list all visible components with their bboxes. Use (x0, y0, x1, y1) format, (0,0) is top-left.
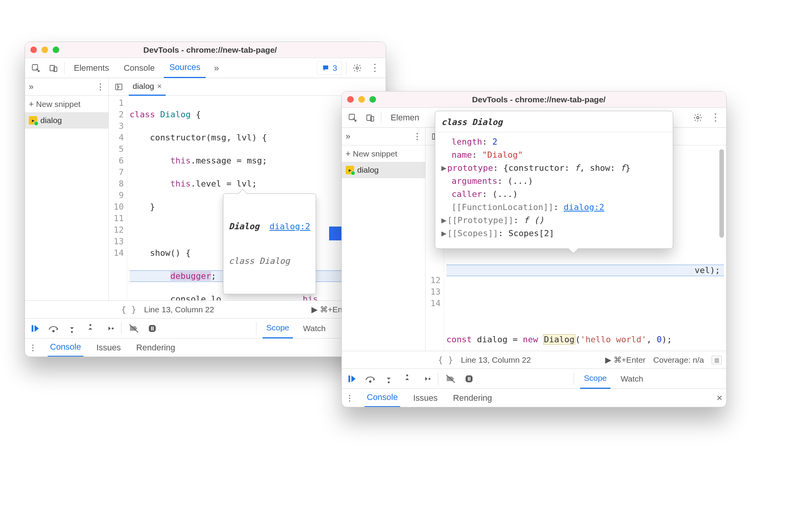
settings-gear-icon[interactable] (350, 61, 364, 75)
inspect-icon[interactable] (29, 61, 43, 75)
settings-gear-icon[interactable] (691, 111, 705, 125)
expand-icon[interactable]: ▶ (441, 228, 446, 238)
pretty-print-icon[interactable]: { } (438, 355, 453, 365)
svg-point-9 (112, 327, 114, 329)
issues-badge[interactable]: 3 (317, 62, 342, 75)
sidebar-file-dialog[interactable]: ▸ dialog (25, 113, 108, 128)
minimize-window-icon[interactable] (358, 96, 365, 103)
navigator-toggle-icon[interactable] (112, 80, 126, 94)
drawer-tab-issues[interactable]: Issues (411, 389, 440, 407)
tab-elements[interactable]: Elemen (385, 108, 425, 128)
svg-rect-17 (348, 375, 350, 382)
drawer-more-icon[interactable]: ⋮ (346, 393, 354, 403)
minimize-window-icon[interactable] (42, 47, 48, 53)
expand-icon[interactable]: ▶ (441, 215, 446, 225)
snippet-file-icon: ▸ (29, 116, 37, 125)
deactivate-breakpoints-icon[interactable] (128, 322, 140, 335)
snippet-file-icon: ▸ (346, 166, 354, 174)
drawer-more-icon[interactable]: ⋮ (29, 343, 37, 352)
drawer-tab-rendering[interactable]: Rendering (451, 389, 494, 407)
maximize-window-icon[interactable] (369, 96, 376, 103)
new-snippet-label: New snippet (36, 100, 81, 109)
more-menu-icon[interactable]: ⋮ (709, 111, 722, 125)
main-tabs: Elements Console Sources » 3 ⋮ (25, 58, 386, 78)
drawer-tab-console[interactable]: Console (48, 338, 83, 357)
sidebar-file-label: dialog (357, 165, 379, 175)
scrollbar-thumb[interactable] (719, 149, 724, 238)
pane-tab-watch[interactable]: Watch (617, 369, 647, 389)
new-snippet-button[interactable]: + New snippet (342, 145, 425, 162)
maximize-window-icon[interactable] (53, 47, 59, 53)
pause-exceptions-icon[interactable] (463, 373, 475, 385)
tab-sources[interactable]: Sources (164, 58, 206, 78)
step-over-icon[interactable] (364, 373, 376, 385)
svg-rect-10 (151, 327, 152, 330)
devtools-window-2: DevTools - chrome://new-tab-page/ Elemen… (341, 91, 727, 407)
expand-icon[interactable]: ▶ (441, 163, 446, 173)
device-toolbar-icon[interactable] (363, 111, 377, 125)
traffic-lights[interactable] (30, 47, 59, 53)
drawer-close-icon[interactable]: × (717, 392, 722, 404)
hover-popup-large[interactable]: class Dialog length: 2 name: "Dialog" ▶p… (435, 111, 673, 249)
resume-icon[interactable] (29, 322, 41, 335)
inspect-icon[interactable] (346, 111, 359, 125)
drawer-tab-issues[interactable]: Issues (94, 338, 123, 357)
step-into-icon[interactable] (66, 322, 78, 335)
resume-icon[interactable] (346, 373, 358, 385)
drawer-tab-console[interactable]: Console (364, 389, 400, 407)
pane-tab-watch[interactable]: Watch (299, 318, 329, 338)
popup-source-link[interactable]: dialog:2 (270, 222, 310, 231)
svg-point-8 (90, 324, 92, 326)
coverage-label: Coverage: n/a (653, 355, 704, 365)
pretty-print-icon[interactable]: { } (121, 305, 136, 314)
svg-point-18 (369, 381, 371, 382)
divider (64, 62, 65, 74)
divider (121, 322, 121, 335)
svg-point-7 (71, 331, 73, 333)
device-toolbar-icon[interactable] (47, 61, 60, 75)
more-menu-icon[interactable]: ⋮ (368, 61, 382, 75)
run-shortcut[interactable]: ▶ ⌘+Enter (605, 355, 646, 365)
step-icon[interactable] (103, 322, 115, 335)
nav-chevron-icon[interactable]: » (346, 132, 350, 142)
function-location-link[interactable]: dialog:2 (564, 202, 604, 212)
sidebar-file-dialog[interactable]: ▸ dialog (342, 162, 425, 178)
file-tab-dialog[interactable]: dialog × (129, 78, 166, 96)
drawer-tab-rendering[interactable]: Rendering (134, 338, 178, 357)
nav-chevron-icon[interactable]: » (29, 82, 33, 92)
more-tabs-chevron-icon[interactable]: » (210, 61, 223, 75)
debugger-toolbar: Scope Watch (342, 368, 726, 388)
deactivate-breakpoints-icon[interactable] (444, 373, 457, 385)
traffic-lights[interactable] (347, 96, 376, 103)
tab-console[interactable]: Console (118, 58, 160, 78)
new-snippet-button[interactable]: + New snippet (25, 96, 108, 113)
svg-point-21 (429, 378, 431, 380)
pause-exceptions-icon[interactable] (146, 322, 158, 335)
svg-point-3 (356, 67, 358, 69)
svg-point-20 (406, 374, 408, 376)
pane-tab-scope[interactable]: Scope (580, 369, 611, 389)
divider (574, 373, 574, 385)
hovered-token-dialog[interactable]: Dialog (543, 334, 575, 345)
close-window-icon[interactable] (347, 96, 354, 103)
pane-tab-scope[interactable]: Scope (263, 318, 293, 338)
close-window-icon[interactable] (30, 47, 37, 53)
nav-more-icon[interactable]: ⋮ (413, 132, 421, 142)
debugger-toggle-icon[interactable]: ▥ (712, 356, 722, 364)
titlebar: DevTools - chrome://new-tab-page/ (342, 92, 726, 108)
step-out-icon[interactable] (401, 373, 413, 385)
line-gutter[interactable]: 1234567891011121314 (109, 96, 127, 300)
sidebar-file-label: dialog (40, 116, 62, 125)
issues-icon (322, 64, 329, 72)
close-tab-icon[interactable]: × (157, 82, 162, 91)
new-snippet-label: New snippet (353, 149, 398, 158)
divider (346, 62, 346, 74)
svg-point-15 (697, 117, 699, 119)
nav-more-icon[interactable]: ⋮ (96, 82, 105, 92)
step-icon[interactable] (419, 373, 432, 385)
tab-elements[interactable]: Elements (68, 58, 115, 78)
step-over-icon[interactable] (47, 322, 60, 335)
step-into-icon[interactable] (383, 373, 395, 385)
step-out-icon[interactable] (84, 322, 97, 335)
window-title: DevTools - chrome://new-tab-page/ (59, 45, 380, 55)
